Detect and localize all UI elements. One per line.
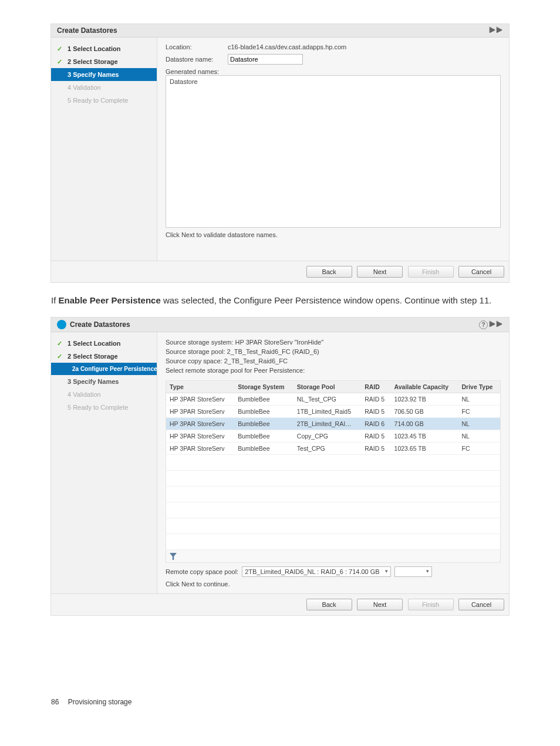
paragraph-bold: Enable Peer Persistence: [59, 295, 161, 305]
paragraph-prefix: If: [51, 295, 59, 305]
cell-raid: RAID 6: [361, 418, 390, 430]
dialog-header: Create Datastores ? ⯈⯈: [51, 318, 509, 332]
step-ready: 5 Ready to Complete: [51, 401, 157, 414]
source-system-line: Source storage system: HP 3PAR StoreServ…: [166, 338, 501, 347]
table-row-blank: [166, 471, 501, 487]
peer-persistence-pane: Source storage system: HP 3PAR StoreServ…: [157, 332, 509, 593]
col-pool[interactable]: Storage Pool: [294, 381, 361, 393]
table-row[interactable]: HP 3PAR StoreServBumbleBeeTest_CPGRAID 5…: [166, 443, 501, 455]
cell-drive: NL: [458, 393, 500, 406]
dialog-footer: Back Next Finish Cancel: [51, 261, 509, 282]
generated-names-list: Datastore: [166, 75, 501, 228]
table-row-blank: [166, 534, 501, 550]
cell-type: HP 3PAR StoreServ: [166, 393, 235, 406]
storage-pool-table[interactable]: Type Storage System Storage Pool RAID Av…: [166, 380, 501, 550]
step-select-location[interactable]: 1 Select Location: [51, 42, 157, 55]
table-row[interactable]: HP 3PAR StoreServBumbleBee2TB_Limited_RA…: [166, 418, 501, 430]
filter-icon[interactable]: [170, 553, 177, 560]
table-row-blank: [166, 518, 501, 534]
cell-raid: RAID 5: [361, 406, 390, 418]
datastore-name-input[interactable]: [228, 54, 303, 65]
cell-type: HP 3PAR StoreServ: [166, 443, 235, 455]
cell-cap: 714.00 GB: [391, 418, 458, 430]
cancel-button[interactable]: Cancel: [458, 266, 504, 278]
col-drive[interactable]: Drive Type: [458, 381, 500, 393]
cell-raid: RAID 5: [361, 430, 390, 443]
select-remote-line: Select remote storage pool for Peer Pers…: [166, 366, 501, 376]
finish-button: Finish: [408, 599, 454, 610]
location-value: c16-blade14.cas/dev.cast.adapps.hp.com: [228, 43, 346, 50]
remote-copy-label: Remote copy space pool:: [166, 568, 238, 575]
back-button[interactable]: Back: [306, 599, 352, 610]
step-select-location[interactable]: 1 Select Location: [51, 337, 157, 350]
cell-type: HP 3PAR StoreServ: [166, 418, 235, 430]
cell-pool: NL_Test_CPG: [294, 393, 361, 406]
next-button[interactable]: Next: [357, 599, 403, 610]
create-datastores-dialog-2: Create Datastores ? ⯈⯈ 1 Select Location…: [50, 317, 510, 616]
cell-pool: Test_CPG: [294, 443, 361, 455]
cell-raid: RAID 5: [361, 393, 390, 406]
table-row[interactable]: HP 3PAR StoreServBumbleBeeNL_Test_CPGRAI…: [166, 393, 501, 406]
generated-names-label: Generated names:: [166, 68, 501, 75]
page-footer: 86 Provisioning storage: [51, 698, 509, 706]
finish-button: Finish: [408, 266, 454, 278]
cell-system: BumbleBee: [234, 406, 294, 418]
remote-copy-secondary-select[interactable]: [394, 566, 432, 577]
instruction-paragraph: If Enable Peer Persistence was selected,…: [51, 295, 509, 306]
header-icons: ? ⯈⯈: [479, 320, 503, 329]
step-ready: 5 Ready to Complete: [51, 94, 157, 107]
cancel-button[interactable]: Cancel: [458, 599, 504, 610]
expand-icon[interactable]: ⯈⯈: [489, 26, 503, 35]
col-raid[interactable]: RAID: [361, 381, 390, 393]
page-number: 86: [51, 698, 59, 706]
step-configure-peer-persistence[interactable]: 2a Configure Peer Persistence: [51, 363, 157, 375]
dialog-title: Create Datastores: [57, 26, 117, 35]
header-icons: ⯈⯈: [489, 26, 503, 35]
cell-pool: Copy_CPG: [294, 430, 361, 443]
cell-drive: FC: [458, 443, 500, 455]
cell-raid: RAID 5: [361, 443, 390, 455]
cell-cap: 706.50 GB: [391, 406, 458, 418]
dialog-header: Create Datastores ⯈⯈: [51, 24, 509, 38]
step-specify-names[interactable]: 3 Specify Names: [51, 68, 157, 81]
location-label: Location:: [166, 43, 224, 50]
validation-hint: Click Next to validate datastore names.: [166, 231, 501, 238]
source-pool-line: Source storage pool: 2_TB_Test_Raid6_FC …: [166, 347, 501, 357]
expand-icon[interactable]: ⯈⯈: [489, 320, 503, 329]
col-capacity[interactable]: Available Capacity: [391, 381, 458, 393]
hp-icon: [57, 320, 66, 329]
cell-cap: 1023.45 TB: [391, 430, 458, 443]
cell-system: BumbleBee: [234, 430, 294, 443]
section-title: Provisioning storage: [68, 698, 132, 706]
cell-cap: 1023.65 TB: [391, 443, 458, 455]
generated-name-item: Datastore: [170, 78, 497, 85]
dialog-footer: Back Next Finish Cancel: [51, 593, 509, 615]
col-system[interactable]: Storage System: [234, 381, 294, 393]
datastore-name-label: Datastore name:: [166, 56, 224, 63]
cell-drive: FC: [458, 406, 500, 418]
cell-system: BumbleBee: [234, 443, 294, 455]
wizard-steps: 1 Select Location 2 Select Storage 2a Co…: [51, 332, 157, 593]
step-validation: 4 Validation: [51, 81, 157, 94]
paragraph-rest: was selected, the Configure Peer Persist…: [161, 295, 492, 305]
specify-names-pane: Location: c16-blade14.cas/dev.cast.adapp…: [157, 38, 509, 261]
create-datastores-dialog-1: Create Datastores ⯈⯈ 1 Select Location 2…: [50, 23, 510, 283]
back-button[interactable]: Back: [306, 266, 352, 278]
source-copy-line: Source copy space: 2_TB_Test_Raid6_FC: [166, 357, 501, 366]
cell-system: BumbleBee: [234, 418, 294, 430]
step-select-storage[interactable]: 2 Select Storage: [51, 55, 157, 68]
remote-copy-select[interactable]: 2TB_Limited_RAID6_NL : RAID_6 : 714.00 G…: [242, 566, 391, 577]
next-button[interactable]: Next: [357, 266, 403, 278]
step-specify-names: 3 Specify Names: [51, 375, 157, 388]
cell-drive: NL: [458, 418, 500, 430]
table-row-blank: [166, 455, 501, 471]
table-row[interactable]: HP 3PAR StoreServBumbleBee1TB_Limited_Ra…: [166, 406, 501, 418]
col-type[interactable]: Type: [166, 381, 235, 393]
continue-hint: Click Next to continue.: [166, 580, 501, 588]
step-select-storage[interactable]: 2 Select Storage: [51, 350, 157, 363]
table-row[interactable]: HP 3PAR StoreServBumbleBeeCopy_CPGRAID 5…: [166, 430, 501, 443]
cell-drive: NL: [458, 430, 500, 443]
help-icon[interactable]: ?: [479, 320, 488, 329]
table-row-blank: [166, 487, 501, 502]
cell-pool: 2TB_Limited_RAI…: [294, 418, 361, 430]
